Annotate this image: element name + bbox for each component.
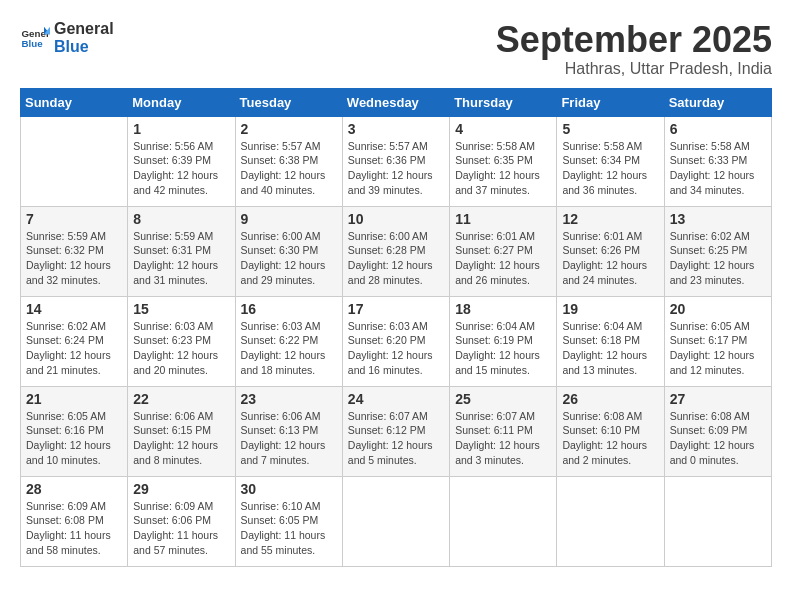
logo-blue-text: Blue	[54, 38, 114, 56]
logo-general-text: General	[54, 20, 114, 38]
day-info: Sunrise: 5:57 AM Sunset: 6:36 PM Dayligh…	[348, 139, 444, 198]
day-number: 19	[562, 301, 658, 317]
calendar-cell: 12Sunrise: 6:01 AM Sunset: 6:26 PM Dayli…	[557, 206, 664, 296]
day-info: Sunrise: 6:10 AM Sunset: 6:05 PM Dayligh…	[241, 499, 337, 558]
day-info: Sunrise: 5:59 AM Sunset: 6:31 PM Dayligh…	[133, 229, 229, 288]
calendar-cell: 15Sunrise: 6:03 AM Sunset: 6:23 PM Dayli…	[128, 296, 235, 386]
day-info: Sunrise: 5:58 AM Sunset: 6:35 PM Dayligh…	[455, 139, 551, 198]
day-number: 8	[133, 211, 229, 227]
calendar-cell: 4Sunrise: 5:58 AM Sunset: 6:35 PM Daylig…	[450, 116, 557, 206]
day-info: Sunrise: 6:07 AM Sunset: 6:11 PM Dayligh…	[455, 409, 551, 468]
calendar-cell: 21Sunrise: 6:05 AM Sunset: 6:16 PM Dayli…	[21, 386, 128, 476]
day-number: 29	[133, 481, 229, 497]
calendar-cell: 10Sunrise: 6:00 AM Sunset: 6:28 PM Dayli…	[342, 206, 449, 296]
calendar-cell	[450, 476, 557, 566]
day-info: Sunrise: 6:03 AM Sunset: 6:23 PM Dayligh…	[133, 319, 229, 378]
logo: General Blue General Blue	[20, 20, 114, 55]
day-number: 17	[348, 301, 444, 317]
header-row: SundayMondayTuesdayWednesdayThursdayFrid…	[21, 88, 772, 116]
calendar-cell: 7Sunrise: 5:59 AM Sunset: 6:32 PM Daylig…	[21, 206, 128, 296]
day-number: 27	[670, 391, 766, 407]
day-number: 6	[670, 121, 766, 137]
calendar-cell: 23Sunrise: 6:06 AM Sunset: 6:13 PM Dayli…	[235, 386, 342, 476]
day-number: 18	[455, 301, 551, 317]
calendar-cell: 22Sunrise: 6:06 AM Sunset: 6:15 PM Dayli…	[128, 386, 235, 476]
day-number: 21	[26, 391, 122, 407]
day-info: Sunrise: 6:04 AM Sunset: 6:18 PM Dayligh…	[562, 319, 658, 378]
calendar-cell: 13Sunrise: 6:02 AM Sunset: 6:25 PM Dayli…	[664, 206, 771, 296]
day-info: Sunrise: 6:02 AM Sunset: 6:24 PM Dayligh…	[26, 319, 122, 378]
day-info: Sunrise: 6:04 AM Sunset: 6:19 PM Dayligh…	[455, 319, 551, 378]
day-number: 9	[241, 211, 337, 227]
day-info: Sunrise: 6:05 AM Sunset: 6:17 PM Dayligh…	[670, 319, 766, 378]
calendar-cell: 27Sunrise: 6:08 AM Sunset: 6:09 PM Dayli…	[664, 386, 771, 476]
calendar-cell: 28Sunrise: 6:09 AM Sunset: 6:08 PM Dayli…	[21, 476, 128, 566]
title-block: September 2025 Hathras, Uttar Pradesh, I…	[496, 20, 772, 78]
calendar-cell: 19Sunrise: 6:04 AM Sunset: 6:18 PM Dayli…	[557, 296, 664, 386]
calendar-cell: 8Sunrise: 5:59 AM Sunset: 6:31 PM Daylig…	[128, 206, 235, 296]
column-header-saturday: Saturday	[664, 88, 771, 116]
day-info: Sunrise: 6:06 AM Sunset: 6:15 PM Dayligh…	[133, 409, 229, 468]
day-info: Sunrise: 6:07 AM Sunset: 6:12 PM Dayligh…	[348, 409, 444, 468]
day-number: 3	[348, 121, 444, 137]
calendar-cell: 20Sunrise: 6:05 AM Sunset: 6:17 PM Dayli…	[664, 296, 771, 386]
column-header-friday: Friday	[557, 88, 664, 116]
column-header-sunday: Sunday	[21, 88, 128, 116]
day-number: 11	[455, 211, 551, 227]
day-number: 22	[133, 391, 229, 407]
logo-icon: General Blue	[20, 23, 50, 53]
week-row-4: 21Sunrise: 6:05 AM Sunset: 6:16 PM Dayli…	[21, 386, 772, 476]
calendar-cell	[664, 476, 771, 566]
calendar-cell: 5Sunrise: 5:58 AM Sunset: 6:34 PM Daylig…	[557, 116, 664, 206]
day-number: 15	[133, 301, 229, 317]
calendar-cell: 14Sunrise: 6:02 AM Sunset: 6:24 PM Dayli…	[21, 296, 128, 386]
day-number: 25	[455, 391, 551, 407]
day-number: 7	[26, 211, 122, 227]
calendar-cell: 29Sunrise: 6:09 AM Sunset: 6:06 PM Dayli…	[128, 476, 235, 566]
day-info: Sunrise: 6:03 AM Sunset: 6:22 PM Dayligh…	[241, 319, 337, 378]
day-info: Sunrise: 6:01 AM Sunset: 6:26 PM Dayligh…	[562, 229, 658, 288]
calendar-cell: 1Sunrise: 5:56 AM Sunset: 6:39 PM Daylig…	[128, 116, 235, 206]
column-header-monday: Monday	[128, 88, 235, 116]
day-number: 12	[562, 211, 658, 227]
calendar-cell: 16Sunrise: 6:03 AM Sunset: 6:22 PM Dayli…	[235, 296, 342, 386]
svg-text:Blue: Blue	[22, 38, 44, 49]
day-info: Sunrise: 6:05 AM Sunset: 6:16 PM Dayligh…	[26, 409, 122, 468]
column-header-tuesday: Tuesday	[235, 88, 342, 116]
day-number: 13	[670, 211, 766, 227]
calendar-cell: 3Sunrise: 5:57 AM Sunset: 6:36 PM Daylig…	[342, 116, 449, 206]
day-info: Sunrise: 5:56 AM Sunset: 6:39 PM Dayligh…	[133, 139, 229, 198]
day-number: 28	[26, 481, 122, 497]
week-row-1: 1Sunrise: 5:56 AM Sunset: 6:39 PM Daylig…	[21, 116, 772, 206]
day-number: 20	[670, 301, 766, 317]
calendar-cell: 26Sunrise: 6:08 AM Sunset: 6:10 PM Dayli…	[557, 386, 664, 476]
day-number: 1	[133, 121, 229, 137]
day-number: 10	[348, 211, 444, 227]
day-info: Sunrise: 6:00 AM Sunset: 6:30 PM Dayligh…	[241, 229, 337, 288]
week-row-2: 7Sunrise: 5:59 AM Sunset: 6:32 PM Daylig…	[21, 206, 772, 296]
week-row-3: 14Sunrise: 6:02 AM Sunset: 6:24 PM Dayli…	[21, 296, 772, 386]
day-number: 30	[241, 481, 337, 497]
calendar-cell: 6Sunrise: 5:58 AM Sunset: 6:33 PM Daylig…	[664, 116, 771, 206]
calendar-cell: 30Sunrise: 6:10 AM Sunset: 6:05 PM Dayli…	[235, 476, 342, 566]
day-info: Sunrise: 5:58 AM Sunset: 6:34 PM Dayligh…	[562, 139, 658, 198]
day-info: Sunrise: 5:57 AM Sunset: 6:38 PM Dayligh…	[241, 139, 337, 198]
day-info: Sunrise: 6:08 AM Sunset: 6:10 PM Dayligh…	[562, 409, 658, 468]
day-number: 24	[348, 391, 444, 407]
column-header-wednesday: Wednesday	[342, 88, 449, 116]
day-number: 14	[26, 301, 122, 317]
calendar-table: SundayMondayTuesdayWednesdayThursdayFrid…	[20, 88, 772, 567]
calendar-cell	[342, 476, 449, 566]
page-header: General Blue General Blue September 2025…	[20, 20, 772, 78]
calendar-cell: 2Sunrise: 5:57 AM Sunset: 6:38 PM Daylig…	[235, 116, 342, 206]
calendar-cell: 18Sunrise: 6:04 AM Sunset: 6:19 PM Dayli…	[450, 296, 557, 386]
calendar-cell	[557, 476, 664, 566]
calendar-cell: 11Sunrise: 6:01 AM Sunset: 6:27 PM Dayli…	[450, 206, 557, 296]
week-row-5: 28Sunrise: 6:09 AM Sunset: 6:08 PM Dayli…	[21, 476, 772, 566]
day-number: 4	[455, 121, 551, 137]
calendar-cell	[21, 116, 128, 206]
column-header-thursday: Thursday	[450, 88, 557, 116]
day-number: 5	[562, 121, 658, 137]
location-subtitle: Hathras, Uttar Pradesh, India	[496, 60, 772, 78]
day-info: Sunrise: 6:08 AM Sunset: 6:09 PM Dayligh…	[670, 409, 766, 468]
